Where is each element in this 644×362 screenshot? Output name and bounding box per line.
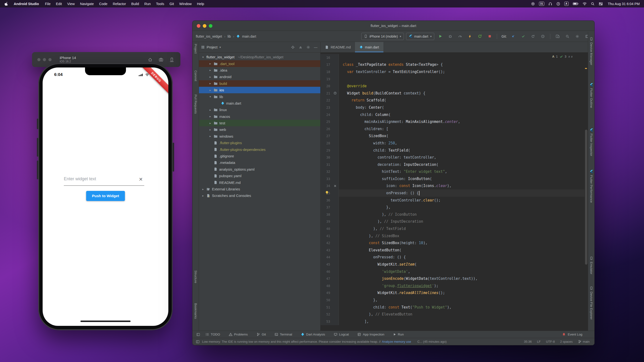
- chevron-open-icon[interactable]: ▾: [208, 95, 212, 98]
- code-line[interactable]: 51 child: const Text("Push to Widget"),: [320, 304, 584, 311]
- push-to-widget-button[interactable]: Push to Widget: [86, 191, 125, 201]
- chevron-closed-icon[interactable]: ▸: [208, 135, 212, 138]
- tool-stripe-structure[interactable]: Structure: [192, 270, 199, 283]
- menu-item-help[interactable]: Help: [194, 2, 207, 6]
- tree-item[interactable]: ▸macos: [199, 113, 320, 120]
- line-number[interactable]: 24: [320, 111, 332, 118]
- code-line[interactable]: 21 Widget build(BuildContext context) {: [320, 90, 584, 97]
- select-opened-file-icon[interactable]: [291, 45, 295, 49]
- override-icon[interactable]: [332, 90, 339, 97]
- tree-item[interactable]: ▸test: [199, 120, 320, 126]
- chevron-closed-icon[interactable]: ▸: [208, 62, 212, 65]
- line-number[interactable]: 52: [320, 311, 332, 318]
- device-selector[interactable]: iPhone 14 (mobile) ▾: [361, 33, 404, 40]
- tree-item[interactable]: README.md: [199, 179, 320, 186]
- code-line[interactable]: 41 ), // SizedBox: [320, 232, 584, 240]
- code-line[interactable]: 52 ), // ElevatedButton: [320, 311, 584, 318]
- line-number[interactable]: 29: [320, 147, 332, 154]
- code-line[interactable]: 22 return Scaffold(: [320, 97, 584, 104]
- battery-icon[interactable]: [573, 2, 578, 5]
- code-line[interactable]: 19: [320, 76, 584, 83]
- tree-item[interactable]: .metadata: [199, 159, 320, 166]
- menu-item-code[interactable]: Code: [96, 2, 110, 6]
- code-line[interactable]: 33 suffixIcon: IconButton(: [320, 175, 584, 182]
- simulator-screenshot-icon[interactable]: [159, 57, 163, 62]
- chevron-closed-icon[interactable]: ▸: [201, 188, 205, 191]
- line-number[interactable]: 33: [320, 175, 332, 182]
- chevron-closed-icon[interactable]: ▸: [208, 82, 212, 85]
- clear-text-icon[interactable]: ✕: [139, 177, 143, 182]
- wifi-icon[interactable]: [582, 2, 587, 6]
- tree-item[interactable]: analysis_options.yaml: [199, 166, 320, 173]
- chevron-closed-icon[interactable]: ▸: [208, 122, 212, 125]
- line-number[interactable]: 27: [320, 133, 332, 140]
- playback-icon[interactable]: [556, 2, 560, 6]
- code-line[interactable]: 20 @override: [320, 82, 584, 90]
- line-number[interactable]: 18: [320, 68, 332, 76]
- editor-tab-main.dart[interactable]: main.dart: [355, 42, 383, 52]
- tool-stripe-commit[interactable]: Commit: [192, 70, 199, 81]
- line-number[interactable]: 50: [320, 296, 332, 304]
- chevron-open-icon[interactable]: ▾: [201, 56, 205, 59]
- tree-item[interactable]: ▸web: [199, 126, 320, 133]
- line-number[interactable]: 28: [320, 140, 332, 147]
- line-number[interactable]: 44: [320, 254, 332, 261]
- chevron-closed-icon[interactable]: ▸: [208, 69, 212, 72]
- code-line[interactable]: 35 onPressed: () {: [320, 189, 584, 197]
- git-update-button[interactable]: [509, 33, 517, 40]
- tool-stripe-device-file-explorer[interactable]: Device File Explorer: [588, 286, 595, 319]
- menu-item-run[interactable]: Run: [142, 2, 154, 6]
- menu-item-window[interactable]: Window: [176, 2, 194, 6]
- code-line[interactable]: 16: [320, 54, 584, 61]
- editor-tab-readme.md[interactable]: README.md: [320, 42, 355, 52]
- line-number[interactable]: 25: [320, 118, 332, 125]
- close-icon[interactable]: [332, 182, 339, 190]
- code-line[interactable]: 42 const SizedBox(height: 10),: [320, 239, 584, 247]
- tree-item[interactable]: ▸linux: [199, 107, 320, 113]
- line-number[interactable]: 26: [320, 125, 332, 133]
- menu-item-file[interactable]: File: [42, 2, 53, 6]
- home-indicator[interactable]: [80, 320, 130, 322]
- simulator-window-controls[interactable]: [37, 58, 52, 61]
- history-button[interactable]: [539, 33, 547, 40]
- apple-menu-icon[interactable]: [4, 2, 8, 6]
- profile-button[interactable]: [456, 33, 464, 40]
- menu-item-refactor[interactable]: Refactor: [110, 2, 128, 6]
- git-branch-indicator[interactable]: main: [578, 340, 590, 343]
- event-log-icon[interactable]: [562, 332, 566, 336]
- tree-item[interactable]: ▸External Libraries: [199, 186, 320, 192]
- breadcrumb-file[interactable]: main.dart: [242, 35, 256, 38]
- code-line[interactable]: 49 WidgetKit.reloadAllTimelines();: [320, 289, 584, 297]
- tree-item[interactable]: pubspec.yaml: [199, 173, 320, 179]
- intention-bulb-icon[interactable]: [325, 191, 329, 195]
- line-number[interactable]: 38: [320, 211, 332, 218]
- code-line[interactable]: 38 ), // IconButton: [320, 211, 584, 218]
- code-line[interactable]: 40 ), // TextField: [320, 225, 584, 232]
- line-number[interactable]: 17: [320, 61, 332, 69]
- code-line[interactable]: 34 icon: const Icon(Icons.clear),: [320, 182, 584, 190]
- settings-button[interactable]: [574, 33, 581, 40]
- tool-stripe-device-manager[interactable]: Device Manager: [588, 37, 595, 65]
- breadcrumb-folder[interactable]: lib: [228, 35, 231, 38]
- run-button[interactable]: [436, 33, 444, 40]
- tool-button-git[interactable]: Git: [256, 332, 266, 336]
- analyze-memory-link[interactable]: Analyze memory use: [382, 340, 411, 343]
- line-number[interactable]: 40: [320, 225, 332, 232]
- tool-stripe-pull-requests[interactable]: Pull Requests: [192, 95, 199, 114]
- tree-item[interactable]: ▸Scratches and Consoles: [199, 192, 320, 199]
- code-line[interactable]: 43 ElevatedButton(: [320, 247, 584, 254]
- tree-item[interactable]: ▸.dart_tool: [199, 60, 320, 67]
- menu-item-build[interactable]: Build: [128, 2, 142, 6]
- code-line[interactable]: 24 child: Column(: [320, 111, 584, 118]
- tool-stripe-project[interactable]: Project: [192, 44, 199, 54]
- code-line[interactable]: 53 ],: [320, 318, 584, 325]
- tree-item[interactable]: ▸ios: [199, 87, 320, 93]
- menu-bar-clock[interactable]: Thu Aug 31 6:04 PM: [608, 2, 640, 6]
- tool-button-problems[interactable]: Problems: [229, 332, 248, 336]
- warning-stripe-mark[interactable]: [585, 68, 587, 69]
- line-ending-indicator[interactable]: LF: [537, 340, 541, 343]
- studio-titlebar[interactable]: flutter_ios_widget – main.dart: [192, 21, 594, 31]
- code-line[interactable]: 50 },: [320, 296, 584, 304]
- code-line[interactable]: 32 hintText: "Enter widget text",: [320, 168, 584, 175]
- run-config-selector[interactable]: main.dart ▾: [406, 33, 434, 40]
